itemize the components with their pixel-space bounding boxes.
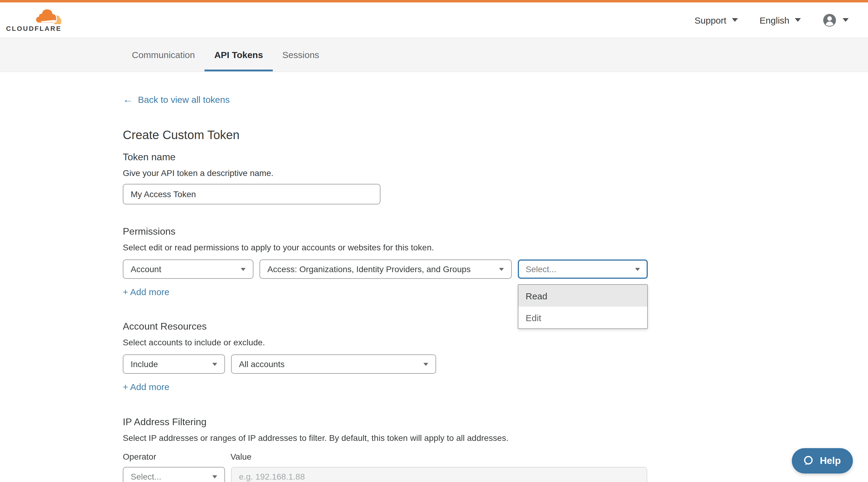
back-link-label: Back to view all tokens bbox=[138, 94, 230, 105]
chevron-down-icon bbox=[499, 268, 504, 270]
support-menu[interactable]: Support bbox=[695, 15, 738, 25]
token-name-input[interactable] bbox=[123, 184, 380, 204]
back-to-tokens-link[interactable]: ← Back to view all tokens bbox=[123, 94, 230, 105]
token-name-heading: Token name bbox=[123, 152, 734, 162]
chat-bubble-icon bbox=[802, 455, 814, 467]
support-label: Support bbox=[695, 15, 726, 25]
permission-level-select-wrap: Select... Read Edit bbox=[518, 259, 648, 279]
ip-value-input[interactable] bbox=[231, 467, 647, 482]
token-name-description: Give your API token a descriptive name. bbox=[123, 169, 734, 178]
chevron-down-icon bbox=[635, 268, 640, 270]
chevron-down-icon bbox=[424, 362, 428, 365]
cloudflare-wordmark: CLOUDFLARE bbox=[6, 25, 62, 32]
help-button-label: Help bbox=[820, 455, 841, 466]
permissions-add-more-link[interactable]: + Add more bbox=[123, 287, 169, 297]
permission-level-select[interactable]: Select... bbox=[518, 259, 648, 279]
account-resources-add-more-link[interactable]: + Add more bbox=[123, 382, 169, 392]
permission-resource-value: Access: Organizations, Identity Provider… bbox=[267, 264, 471, 274]
chevron-down-icon bbox=[732, 18, 738, 22]
resource-accounts-value: All accounts bbox=[239, 359, 285, 369]
header: CLOUDFLARE Support English bbox=[0, 2, 868, 37]
ip-operator-select[interactable]: Select... bbox=[123, 467, 225, 482]
menu-item-read[interactable]: Read bbox=[518, 285, 647, 307]
user-avatar-icon bbox=[823, 13, 837, 27]
permission-scope-value: Account bbox=[131, 264, 161, 274]
ip-filtering-heading: IP Address Filtering bbox=[123, 417, 734, 427]
tab-api-tokens[interactable]: API Tokens bbox=[205, 38, 273, 71]
brand-accent-bar bbox=[0, 0, 868, 2]
account-menu[interactable] bbox=[823, 13, 849, 27]
resource-accounts-select[interactable]: All accounts bbox=[231, 354, 436, 374]
resource-mode-value: Include bbox=[131, 359, 158, 369]
chevron-down-icon bbox=[212, 475, 217, 478]
permission-scope-select[interactable]: Account bbox=[123, 259, 253, 279]
permission-resource-select[interactable]: Access: Organizations, Identity Provider… bbox=[259, 259, 512, 279]
tab-bar: Communication API Tokens Sessions bbox=[0, 37, 868, 72]
operator-label: Operator bbox=[123, 452, 225, 461]
arrow-left-icon: ← bbox=[123, 95, 133, 104]
permissions-row: Account Access: Organizations, Identity … bbox=[123, 259, 734, 279]
page: CLOUDFLARE Support English Communicat bbox=[0, 0, 868, 482]
tab-sessions[interactable]: Sessions bbox=[273, 38, 329, 71]
chevron-down-icon bbox=[843, 18, 849, 22]
language-label: English bbox=[760, 15, 789, 25]
cloudflare-cloud-icon bbox=[34, 8, 63, 24]
tab-communication[interactable]: Communication bbox=[122, 38, 205, 71]
chevron-down-icon bbox=[212, 362, 217, 365]
ip-filtering-row: Select... bbox=[123, 467, 734, 482]
permissions-heading: Permissions bbox=[123, 226, 734, 236]
main-content: ← Back to view all tokens Create Custom … bbox=[123, 94, 734, 482]
resource-mode-select[interactable]: Include bbox=[123, 354, 225, 374]
permissions-description: Select edit or read permissions to apply… bbox=[123, 243, 734, 252]
ip-filtering-description: Select IP addresses or ranges of IP addr… bbox=[123, 433, 734, 443]
chevron-down-icon bbox=[241, 268, 246, 270]
menu-item-edit[interactable]: Edit bbox=[518, 307, 647, 328]
permission-level-value: Select... bbox=[526, 264, 556, 274]
permission-level-menu: Read Edit bbox=[518, 284, 648, 329]
header-right: Support English bbox=[695, 13, 849, 27]
page-title: Create Custom Token bbox=[123, 128, 734, 141]
cloudflare-logo[interactable]: CLOUDFLARE bbox=[6, 8, 64, 32]
account-resources-description: Select accounts to include or exclude. bbox=[123, 338, 734, 347]
language-menu[interactable]: English bbox=[760, 15, 801, 25]
help-button[interactable]: Help bbox=[792, 448, 853, 474]
ip-filtering-labels: Operator Value bbox=[123, 452, 734, 461]
account-resources-row: Include All accounts bbox=[123, 354, 734, 374]
ip-operator-value: Select... bbox=[131, 472, 161, 481]
chevron-down-icon bbox=[795, 18, 801, 22]
value-label: Value bbox=[230, 452, 252, 461]
